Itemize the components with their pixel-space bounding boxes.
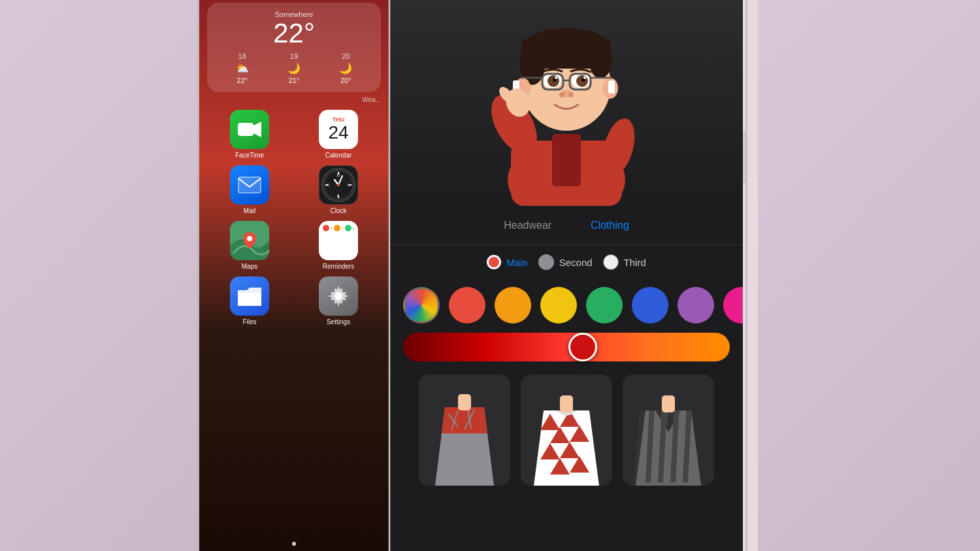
color-option-second[interactable]: Second xyxy=(538,254,593,270)
svg-marker-1 xyxy=(253,122,261,137)
svg-point-41 xyxy=(583,76,586,79)
reminders-icon xyxy=(319,221,358,260)
color-slider-container xyxy=(390,330,743,368)
weather-icon-2: 🌙 xyxy=(287,62,301,75)
facetime-label: FaceTime xyxy=(235,152,264,159)
maps-icon xyxy=(230,221,269,260)
color-swatch-orange[interactable] xyxy=(495,287,531,324)
files-icon xyxy=(230,276,269,316)
color-swatch-yellow[interactable] xyxy=(540,287,577,324)
app-grid: FaceTime THU 24 Calendar Mail xyxy=(199,105,389,331)
mail-label: Mail xyxy=(244,207,255,214)
app-facetime[interactable]: FaceTime xyxy=(208,110,291,159)
color-part-options: Main Second Third xyxy=(390,245,743,270)
phone-left-screen: Somewhere 22° 18 ⛅ 22° 19 🌙 21° 20 🌙 20° xyxy=(199,0,389,551)
color-swatch-blue[interactable] xyxy=(632,287,668,324)
weather-day-temp-3: 20° xyxy=(340,76,351,84)
app-files[interactable]: Files xyxy=(208,276,291,326)
app-mail[interactable]: Mail xyxy=(208,165,291,214)
svg-point-16 xyxy=(247,236,252,241)
weather-section-label: Wea... xyxy=(199,92,389,105)
color-dot-main xyxy=(487,255,501,269)
clock-face: 12 3 6 9 xyxy=(321,168,355,202)
svg-rect-33 xyxy=(608,80,615,93)
color-option-main[interactable]: Main xyxy=(487,255,528,269)
calendar-icon: THU 24 xyxy=(319,110,358,149)
color-option-third-label: Third xyxy=(624,257,646,268)
weather-day-3: 20 🌙 20° xyxy=(339,52,352,84)
outfit-item-2[interactable] xyxy=(521,375,612,486)
color-swatch-rainbow[interactable] xyxy=(403,287,440,324)
reminders-label: Reminders xyxy=(323,263,354,270)
settings-label: Settings xyxy=(327,318,350,326)
app-reminders[interactable]: Reminders xyxy=(297,221,380,270)
app-calendar[interactable]: THU 24 Calendar xyxy=(297,110,380,159)
outfit-svg-2 xyxy=(524,381,609,486)
weather-day-temp-1: 22° xyxy=(237,76,248,84)
color-swatch-purple[interactable] xyxy=(678,287,714,324)
memoji-character-svg xyxy=(455,3,678,206)
color-slider[interactable] xyxy=(403,333,730,361)
weather-day-1: 18 ⛅ 22° xyxy=(236,52,249,84)
outfit-item-3[interactable] xyxy=(623,375,714,486)
weather-day-2: 19 🌙 21° xyxy=(287,52,301,84)
background-left xyxy=(0,0,222,551)
app-settings[interactable]: Settings xyxy=(297,276,380,326)
weather-day-temp-2: 21° xyxy=(289,76,300,84)
color-dot-second xyxy=(538,254,554,270)
color-option-second-label: Second xyxy=(559,257,593,268)
weather-day-num-1: 18 xyxy=(238,52,246,60)
svg-text:3: 3 xyxy=(347,183,349,187)
svg-rect-20 xyxy=(552,134,581,186)
weather-widget[interactable]: Somewhere 22° 18 ⛅ 22° 19 🌙 21° 20 🌙 20° xyxy=(207,3,381,92)
outfit-item-1[interactable] xyxy=(419,375,510,486)
svg-text:12: 12 xyxy=(336,173,340,177)
slider-thumb[interactable] xyxy=(568,333,597,361)
app-clock[interactable]: 12 3 6 9 Clock xyxy=(297,165,380,214)
color-swatches xyxy=(390,280,743,330)
weather-forecast: 18 ⛅ 22° 19 🌙 21° 20 🌙 20° xyxy=(216,52,372,84)
outfit-options xyxy=(390,368,743,492)
app-maps[interactable]: Maps xyxy=(208,221,291,270)
weather-temperature: 22° xyxy=(216,20,372,47)
svg-point-14 xyxy=(337,184,340,186)
facetime-icon xyxy=(230,110,269,149)
svg-rect-57 xyxy=(458,394,471,410)
page-dot-indicator xyxy=(292,542,296,546)
weather-day-num-2: 19 xyxy=(290,52,298,60)
svg-line-13 xyxy=(338,176,342,185)
weather-day-num-3: 20 xyxy=(342,52,350,60)
color-swatch-pink[interactable] xyxy=(723,287,743,324)
clock-label: Clock xyxy=(330,207,346,214)
svg-point-28 xyxy=(589,39,612,78)
svg-point-40 xyxy=(555,76,557,79)
color-option-third[interactable]: Third xyxy=(603,254,646,270)
maps-label: Maps xyxy=(242,263,257,270)
mail-icon xyxy=(230,165,269,205)
svg-point-49 xyxy=(568,92,574,97)
outfit-svg-1 xyxy=(422,381,507,486)
tab-clothing[interactable]: Clothing xyxy=(591,220,629,234)
svg-text:9: 9 xyxy=(327,183,329,187)
phone-right: Headwear Clothing Main Second Third xyxy=(390,0,743,551)
weather-icon-3: 🌙 xyxy=(339,62,352,75)
svg-rect-0 xyxy=(238,123,253,136)
tab-headwear[interactable]: Headwear xyxy=(504,220,551,234)
settings-icon xyxy=(319,276,358,316)
clock-icon: 12 3 6 9 xyxy=(319,165,358,205)
svg-rect-67 xyxy=(560,395,573,412)
svg-rect-2 xyxy=(238,177,261,193)
svg-point-48 xyxy=(559,92,564,97)
outfit-svg-3 xyxy=(626,381,711,486)
files-label: Files xyxy=(242,318,256,326)
side-button xyxy=(743,131,745,183)
calendar-label: Calendar xyxy=(325,152,352,159)
calendar-date: 24 xyxy=(328,123,348,143)
color-option-main-label: Main xyxy=(506,257,528,268)
svg-rect-77 xyxy=(662,395,675,412)
color-dot-third xyxy=(603,254,619,270)
svg-text:6: 6 xyxy=(337,193,339,197)
color-swatch-red[interactable] xyxy=(449,287,485,324)
color-swatch-green[interactable] xyxy=(586,287,623,324)
phone-left: Somewhere 22° 18 ⛅ 22° 19 🌙 21° 20 🌙 20° xyxy=(199,0,389,551)
